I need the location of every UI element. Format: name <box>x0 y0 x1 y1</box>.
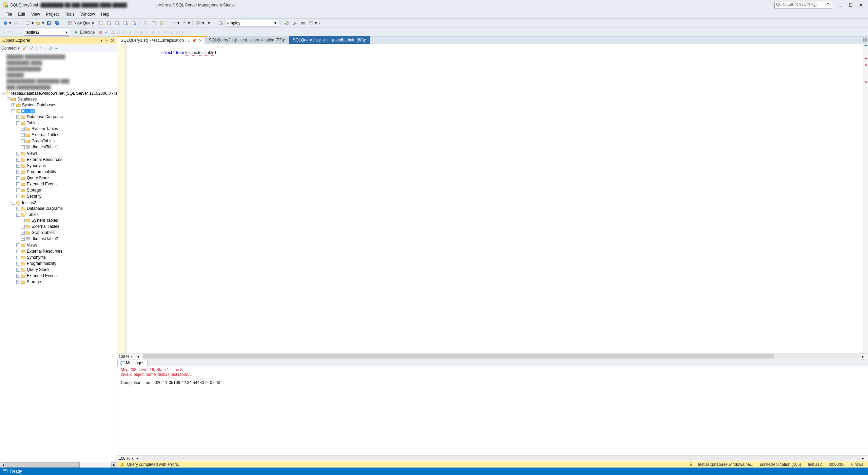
as-query-btn[interactable] <box>106 20 113 26</box>
find-in-files-button[interactable] <box>217 20 224 26</box>
specify-template-button[interactable] <box>176 30 180 34</box>
maximize-button[interactable] <box>846 2 856 8</box>
tree-node-external-tables[interactable]: +External Tables <box>21 132 116 138</box>
registered-servers-button[interactable] <box>300 20 306 26</box>
tree-node-testTable1[interactable]: +dbo.testTable1 <box>21 144 116 150</box>
copy-button[interactable] <box>150 20 157 26</box>
tree-node-system-databases[interactable]: +System Databases <box>12 102 116 108</box>
tree-node-tables[interactable]: −Tables <box>16 120 116 126</box>
solution-config-button[interactable]: ▾ <box>195 20 204 26</box>
open-file-button[interactable]: ▾ <box>35 20 44 26</box>
scroll-right-button[interactable]: ▸ <box>862 354 867 359</box>
tool-wrench-button[interactable] <box>291 20 298 26</box>
new-project-button[interactable]: ▾ <box>24 20 34 26</box>
tree-node-testTable2[interactable]: +dbo.testTable2 <box>21 236 116 241</box>
disconnect-icon[interactable] <box>29 46 34 51</box>
use-db-button[interactable] <box>2 30 7 35</box>
pulse-icon[interactable] <box>54 46 59 50</box>
search-icon[interactable] <box>826 3 831 7</box>
split-editor-icon[interactable] <box>863 38 867 42</box>
close-button[interactable] <box>856 2 866 8</box>
tree-node-graph-tables2[interactable]: +GraphTables <box>21 230 116 235</box>
dmx-query-btn[interactable] <box>122 20 129 26</box>
tree-node-views[interactable]: +Views <box>16 151 116 156</box>
paste-button[interactable] <box>158 20 165 26</box>
tree-node-views2[interactable]: +Views <box>16 242 116 248</box>
close-tab-icon[interactable]: ✕ <box>199 38 202 43</box>
menu-help[interactable]: Help <box>98 11 112 18</box>
menu-window[interactable]: Window <box>78 11 98 18</box>
tree-node-synonyms[interactable]: +Synonyms <box>16 163 116 168</box>
tab-sqlquery3[interactable]: SQLQuery3.sql - test...streplication (10… <box>117 36 206 44</box>
menu-project[interactable]: Project <box>43 11 61 18</box>
indent-button[interactable] <box>164 30 168 34</box>
tree-node-ext-events[interactable]: +Extended Events <box>16 181 116 187</box>
activity-monitor-button[interactable] <box>283 20 290 26</box>
tree-node-diagrams2[interactable]: +Database Diagrams <box>16 206 116 211</box>
collapse-icon[interactable]: − <box>12 109 15 113</box>
tree-node-external-tables2[interactable]: +External Tables <box>21 224 116 229</box>
refresh-icon[interactable] <box>48 46 52 50</box>
include-live-stats-button[interactable] <box>127 30 131 34</box>
scroll-thumb[interactable] <box>143 354 774 359</box>
change-conn-button[interactable] <box>8 30 13 35</box>
expand-icon[interactable]: + <box>12 103 15 107</box>
nav-back-button[interactable]: ▾ <box>2 20 11 26</box>
tree-node-system-tables2[interactable]: +System Tables <box>21 218 116 223</box>
menu-tools[interactable]: Tools <box>62 11 77 18</box>
result-file-button[interactable] <box>145 30 149 34</box>
outdent-button[interactable] <box>169 30 173 34</box>
uncomment-sel-button[interactable] <box>157 30 161 34</box>
mdx-query-btn[interactable] <box>114 20 121 26</box>
tree-node-synonyms2[interactable]: +Synonyms <box>16 255 116 260</box>
tree-node-prog2[interactable]: +Programmability <box>16 261 116 266</box>
pin-icon[interactable] <box>104 38 109 43</box>
tree-node-security[interactable]: +Security <box>16 194 116 199</box>
result-text-button[interactable] <box>134 30 138 34</box>
tree-node-db-testias2[interactable]: −testias2 <box>12 200 116 205</box>
code-editor[interactable]: −select * from testias.testTable1 <box>127 44 863 353</box>
object-explorer-tree[interactable]: ██████ ██████████████ ████████ ████ ████… <box>0 52 117 289</box>
database-combo[interactable]: employ ▾ <box>226 20 278 26</box>
tree-node-ext-res[interactable]: +External Resources <box>16 157 116 162</box>
code-h-scroll-track[interactable] <box>143 354 861 359</box>
comment-sel-button[interactable] <box>152 30 156 34</box>
scroll-left-button[interactable]: ◂ <box>136 456 141 460</box>
tree-node-query-store2[interactable]: +Query Store <box>16 267 116 272</box>
menu-file[interactable]: File <box>3 11 15 18</box>
quick-launch-input[interactable]: Quick Launch (Ctrl+Q) <box>774 2 832 8</box>
tree-node-query-store[interactable]: +Query Store <box>16 175 116 181</box>
save-button[interactable] <box>45 20 52 26</box>
pin-tab-icon[interactable]: 📌 <box>192 38 197 43</box>
minimize-button[interactable] <box>835 2 846 8</box>
window-position-icon[interactable]: ▾ <box>99 38 104 43</box>
messages-tab[interactable]: Messages <box>117 360 148 366</box>
tree-node-db-testias[interactable]: −testias <box>12 108 116 114</box>
tree-node-ext-events2[interactable]: +Extended Events <box>16 273 116 278</box>
code-overview-ruler[interactable] <box>863 44 868 353</box>
close-panel-icon[interactable] <box>110 38 115 43</box>
toolbar2-overflow-icon[interactable]: ▾ <box>182 31 184 34</box>
include-plan-button[interactable] <box>116 30 120 34</box>
connect-dropdown[interactable]: Connect ▾ <box>1 46 20 51</box>
scroll-left-button[interactable]: ◂ <box>0 462 6 468</box>
scroll-left-button[interactable]: ◂ <box>137 354 142 359</box>
include-stats-button[interactable] <box>122 30 126 34</box>
menu-view[interactable]: View <box>28 11 43 18</box>
nav-fwd-button[interactable] <box>13 20 19 26</box>
de-query-btn[interactable] <box>98 20 104 26</box>
messages-zoom-value[interactable]: 100 % <box>119 456 130 461</box>
toolbar-overflow-icon[interactable]: ▾ <box>319 21 321 25</box>
connect-icon[interactable] <box>22 46 27 51</box>
tree-node-storage[interactable]: +Storage <box>16 187 116 193</box>
tab-sqlquery1[interactable]: SQLQuery1.sql - os...(osodbadmin (68))* <box>289 36 370 44</box>
tree-node-ext-res2[interactable]: +External Resources <box>16 249 116 254</box>
save-all-button[interactable] <box>54 20 60 26</box>
tree-node-diagrams[interactable]: +Database Diagrams <box>16 114 116 120</box>
scroll-right-button[interactable]: ▸ <box>111 462 117 468</box>
chevron-down-icon[interactable]: ▾ <box>131 355 132 358</box>
filter-icon[interactable] <box>39 46 43 50</box>
display-plan-button[interactable] <box>111 30 115 34</box>
code-zoom-value[interactable]: 100 % <box>119 354 129 359</box>
redo-button[interactable]: ▾ <box>181 20 190 26</box>
